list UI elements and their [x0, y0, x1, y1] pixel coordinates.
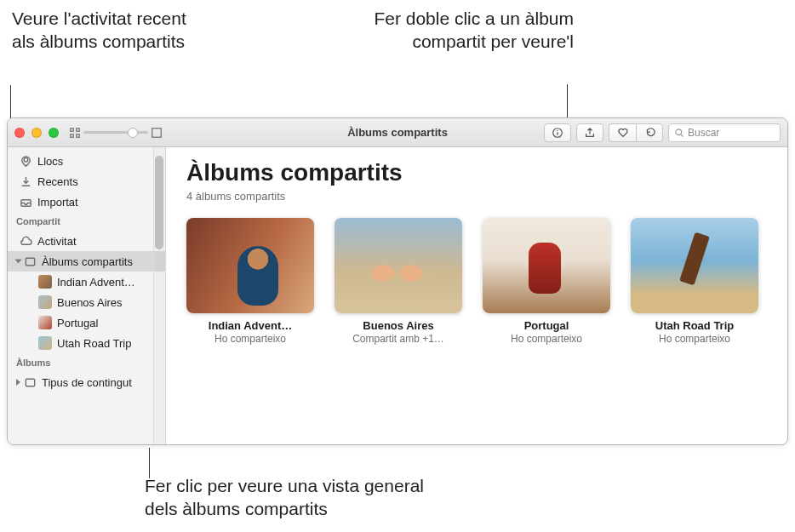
main-content: Àlbums compartits 4 àlbums compartits In… [166, 147, 787, 444]
large-grid-icon [151, 127, 163, 139]
album-name: Utah Road Trip [631, 319, 758, 332]
pin-icon [20, 155, 32, 168]
album-thumb-icon [38, 316, 52, 329]
page-title: Àlbums compartits [186, 159, 767, 186]
tray-icon [20, 196, 32, 209]
svg-point-10 [24, 157, 28, 162]
album-thumbnail [483, 218, 610, 313]
sidebar: Llocs Recents Importat Compartit Activit… [8, 147, 166, 444]
shared-album[interactable]: Buenos Aires Compartit amb +1… [335, 218, 462, 345]
svg-rect-3 [77, 134, 80, 137]
album-thumb-icon [38, 295, 52, 309]
sidebar-item-recents[interactable]: Recents [8, 171, 165, 192]
annotation-left: Veure l'activitat recent als àlbums comp… [12, 7, 208, 54]
favorite-button[interactable] [609, 123, 636, 142]
sidebar-item-label: Llocs [37, 155, 63, 168]
sidebar-item-label: Activitat [37, 235, 77, 248]
sidebar-subitem-label: Indian Advent… [57, 276, 135, 289]
search-icon [674, 128, 684, 138]
fullscreen-button[interactable] [49, 128, 59, 138]
shared-album[interactable]: Indian Advent… Ho comparteixo [186, 218, 314, 345]
album-icon [24, 376, 37, 389]
sidebar-item-content-types[interactable]: Tipus de contingut [8, 372, 165, 392]
slider-track[interactable] [83, 131, 148, 134]
sidebar-heading-albums: Àlbums [8, 353, 165, 372]
slider-knob[interactable] [128, 128, 138, 138]
svg-rect-12 [26, 258, 34, 265]
window-controls [14, 128, 59, 138]
sidebar-item-shared-albums[interactable]: Àlbums compartits [8, 251, 165, 272]
thumbnail-size-slider[interactable] [69, 123, 163, 142]
shared-album[interactable]: Utah Road Trip Ho comparteixo [631, 218, 758, 345]
sidebar-item-imported[interactable]: Importat [8, 192, 165, 212]
album-thumb-icon [38, 275, 52, 289]
share-button[interactable] [576, 123, 603, 142]
albums-grid: Indian Advent… Ho comparteixo Buenos Air… [186, 218, 767, 345]
sidebar-heading-shared: Compartit [8, 212, 165, 231]
sidebar-item-label: Recents [37, 175, 78, 188]
shared-album[interactable]: Portugal Ho comparteixo [483, 218, 610, 345]
rotate-icon [643, 127, 655, 139]
album-share-status: Ho comparteixo [631, 333, 758, 345]
heart-icon [617, 127, 629, 139]
album-name: Indian Advent… [186, 319, 314, 332]
sidebar-subitem-album[interactable]: Buenos Aires [8, 292, 165, 312]
album-thumbnail [335, 218, 462, 313]
sidebar-item-places[interactable]: Llocs [8, 151, 165, 171]
svg-rect-1 [77, 128, 80, 131]
sidebar-subitem-label: Utah Road Trip [57, 337, 131, 350]
sidebar-subitem-album[interactable]: Indian Advent… [8, 272, 165, 292]
download-icon [20, 175, 32, 188]
chevron-right-icon [16, 379, 20, 386]
album-share-status: Ho comparteixo [483, 333, 610, 345]
svg-rect-4 [152, 128, 162, 137]
app-window: Àlbums compartits Buscar Llocs Recents [7, 117, 788, 445]
sidebar-item-label: Tipus de contingut [42, 376, 132, 389]
album-thumb-icon [38, 336, 52, 350]
sidebar-subitem-album[interactable]: Portugal [8, 312, 165, 333]
share-icon [584, 127, 596, 139]
small-grid-icon [69, 127, 81, 139]
annotation-bottom: Fer clic per veure una vista general del… [145, 474, 451, 521]
sidebar-scrollbar[interactable] [153, 147, 165, 444]
svg-rect-0 [71, 128, 74, 131]
titlebar: Àlbums compartits Buscar [8, 118, 787, 147]
album-share-status: Compartit amb +1… [335, 333, 462, 345]
annotation-right: Fer doble clic a un àlbum compartit per … [369, 7, 574, 54]
info-icon [552, 127, 563, 139]
sidebar-item-label: Importat [37, 196, 78, 209]
album-icon [24, 255, 37, 268]
page-subtitle: 4 àlbums compartits [186, 190, 767, 203]
album-thumbnail [186, 218, 314, 313]
sidebar-subitem-album[interactable]: Utah Road Trip [8, 333, 165, 353]
close-button[interactable] [14, 128, 25, 138]
cloud-icon [20, 235, 32, 248]
svg-rect-13 [26, 379, 34, 386]
info-button[interactable] [544, 123, 571, 142]
scrollbar-thumb[interactable] [155, 156, 163, 249]
svg-rect-2 [71, 134, 74, 137]
album-name: Buenos Aires [335, 319, 462, 332]
svg-point-7 [557, 129, 558, 130]
album-thumbnail [631, 218, 758, 313]
sidebar-subitem-label: Buenos Aires [57, 296, 123, 309]
chevron-down-icon [15, 260, 22, 264]
rotate-button[interactable] [636, 123, 663, 142]
callout-line [149, 448, 150, 478]
sidebar-subitem-label: Portugal [57, 317, 98, 329]
album-share-status: Ho comparteixo [186, 333, 314, 345]
svg-line-9 [681, 134, 683, 136]
minimize-button[interactable] [31, 128, 42, 138]
search-placeholder: Buscar [688, 127, 719, 139]
album-name: Portugal [483, 319, 610, 332]
search-input[interactable]: Buscar [668, 123, 781, 142]
svg-point-8 [676, 129, 682, 134]
sidebar-item-label: Àlbums compartits [42, 255, 133, 268]
sidebar-item-activity[interactable]: Activitat [8, 231, 165, 251]
